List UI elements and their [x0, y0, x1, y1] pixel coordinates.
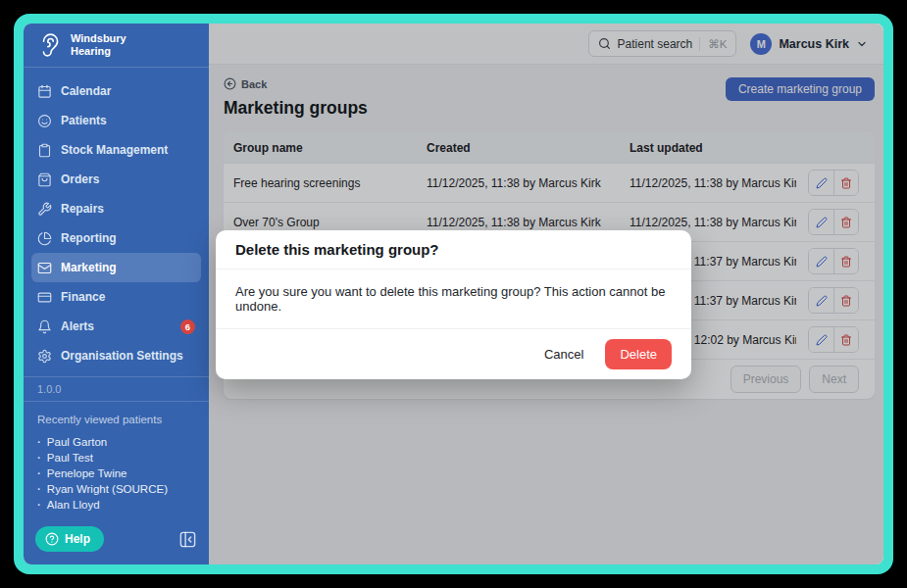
shopping-bag-icon [37, 172, 52, 187]
pie-chart-icon [37, 231, 52, 246]
ear-logo-icon [37, 32, 63, 58]
recently-viewed-section: Recently viewed patients Paul Garton Pau… [24, 402, 209, 518]
sidebar-item-label: Stock Management [61, 143, 168, 157]
mail-icon [37, 261, 52, 275]
delete-confirm-button[interactable]: Delete [605, 339, 672, 369]
sidebar: Windsbury Hearing Calendar Patients [24, 24, 209, 564]
sidebar-item-repairs[interactable]: Repairs [31, 194, 201, 223]
panel-collapse-icon [178, 530, 197, 549]
sidebar-item-label: Patients [61, 114, 107, 127]
calendar-icon [37, 84, 52, 99]
recent-patient-link[interactable]: Paul Garton [37, 434, 195, 450]
recent-patient-link[interactable]: Alan Lloyd [37, 497, 195, 513]
bell-icon [37, 319, 52, 334]
brand-logo: Windsbury Hearing [24, 24, 209, 68]
main-area: Patient search ⌘K M Marcus Kirk Back [209, 24, 883, 564]
modal-footer: Cancel Delete [216, 328, 691, 379]
sidebar-item-label: Reporting [61, 231, 117, 245]
help-circle-icon [45, 532, 59, 546]
smile-icon [37, 114, 52, 128]
sidebar-item-alerts[interactable]: Alerts 6 [31, 312, 201, 341]
gear-icon [37, 349, 52, 364]
modal-body-text: Are you sure you want to delete this mar… [216, 270, 691, 328]
sidebar-item-label: Organisation Settings [61, 349, 183, 363]
brand-name: Windsbury Hearing [71, 32, 126, 58]
credit-card-icon [37, 290, 52, 305]
sidebar-item-label: Repairs [61, 202, 104, 216]
sidebar-item-orders[interactable]: Orders [31, 165, 201, 194]
sidebar-item-finance[interactable]: Finance [31, 282, 201, 312]
help-button[interactable]: Help [35, 526, 104, 552]
clipboard-icon [37, 143, 52, 158]
sidebar-item-label: Calendar [61, 84, 111, 98]
sidebar-nav: Calendar Patients Stock Management Order… [24, 68, 209, 370]
wrench-icon [37, 202, 52, 217]
help-label: Help [65, 532, 90, 546]
recent-patient-link[interactable]: Ryan Wright (SOURCE) [37, 481, 195, 497]
sidebar-item-label: Orders [61, 172, 99, 186]
sidebar-item-organisation-settings[interactable]: Organisation Settings [31, 341, 201, 370]
sidebar-item-label: Marketing [61, 261, 117, 274]
sidebar-footer: Help [24, 518, 209, 564]
recently-viewed-list: Paul Garton Paul Test Penelope Twine Rya… [37, 434, 195, 513]
alerts-badge: 6 [180, 319, 195, 334]
sidebar-item-label: Alerts [61, 319, 94, 333]
sidebar-item-stock-management[interactable]: Stock Management [31, 135, 201, 165]
delete-group-modal: Delete this marketing group? Are you sur… [216, 230, 691, 379]
recently-viewed-label: Recently viewed patients [37, 414, 195, 425]
sidebar-item-patients[interactable]: Patients [31, 106, 201, 135]
collapse-sidebar-button[interactable] [178, 530, 197, 549]
modal-title: Delete this marketing group? [216, 230, 691, 270]
app-frame: Windsbury Hearing Calendar Patients [14, 14, 893, 574]
sidebar-item-marketing[interactable]: Marketing [31, 253, 201, 282]
sidebar-item-label: Finance [61, 290, 105, 304]
app-version: 1.0.0 [24, 376, 209, 402]
sidebar-bottom: 1.0.0 Recently viewed patients Paul Gart… [24, 376, 209, 564]
sidebar-item-reporting[interactable]: Reporting [31, 223, 201, 253]
recent-patient-link[interactable]: Penelope Twine [37, 466, 195, 481]
cancel-button[interactable]: Cancel [544, 347, 583, 362]
recent-patient-link[interactable]: Paul Test [37, 450, 195, 466]
app-window: Windsbury Hearing Calendar Patients [24, 24, 883, 564]
sidebar-item-calendar[interactable]: Calendar [31, 76, 201, 106]
